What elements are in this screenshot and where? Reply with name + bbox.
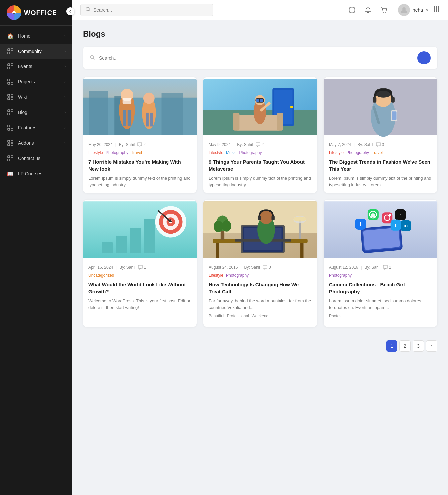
svg-rect-63 [123,98,131,104]
blog-card[interactable]: May 20, 2024 | By: Sahil 2 LifestylePhot… [83,77,197,193]
blog-title: 7 Horrible Mistakes You're Making With N… [88,158,191,172]
chevron-right-icon: › [64,49,66,54]
blog-card-body: May 20, 2024 | By: Sahil 2 LifestylePhot… [83,137,197,193]
page-2-button[interactable]: 2 [399,340,411,352]
topbar-search-input[interactable] [93,7,208,13]
blog-bottom-tag: Professional [227,314,249,318]
sidebar-item-label: LP Courses [18,171,42,176]
blog-tag: Photography [346,150,369,155]
blog-card[interactable]: April 16, 2024 | By: Sahil 1 Uncategoriz… [83,200,197,327]
sidebar-item-blog[interactable]: Blog › [0,105,72,120]
blog-card[interactable]: May 7, 2024 | By: Sahil 3 LifestylePhoto… [324,77,437,193]
page-3-button[interactable]: 3 [413,340,424,352]
blog-author: By: Sahil [237,142,253,147]
blog-meta: May 20, 2024 | By: Sahil 2 [88,142,191,147]
blog-date: August 24, 2016 [209,265,238,270]
svg-rect-11 [8,79,10,81]
svg-point-47 [438,10,439,12]
blog-excerpt: Far far away, behind the word mountains,… [209,298,312,310]
sidebar-item-label: Wiki [18,94,27,100]
addons-icon [7,139,14,147]
svg-point-45 [434,10,435,12]
svg-rect-116 [271,216,274,220]
svg-rect-14 [11,82,13,84]
chevron-right-icon: › [64,110,66,115]
blog-card[interactable]: ♪ f in t August 12, 2016 | By: Sahil 1 P… [324,200,437,327]
sidebar-item-events[interactable]: Events › [0,59,72,74]
svg-text:f: f [359,220,362,227]
blog-icon [7,109,14,116]
svg-rect-54 [162,93,183,135]
blog-bottom-tag: Weekend [252,314,268,318]
blog-author: By: Sahil [357,142,373,147]
svg-rect-28 [11,140,13,142]
pagination-next-button[interactable]: › [426,340,437,352]
blog-meta: May 7, 2024 | By: Sahil 3 [329,142,432,147]
blog-author: By: Sahil [244,265,260,270]
blog-bottom-tag: Photos [329,314,341,318]
blog-card[interactable]: August 24, 2016 | By: Sahil 0 LifestyleP… [203,200,317,327]
sidebar-item-projects[interactable]: Projects › [0,74,72,89]
svg-rect-31 [8,156,10,158]
svg-rect-23 [8,125,10,127]
sidebar-item-home[interactable]: 🏠 Home › [0,28,72,44]
blog-tag: Lifestyle [88,150,103,155]
svg-rect-30 [11,144,13,146]
blog-tags: LifestyleMusicPhotography [209,150,312,155]
sidebar-item-label: Contact us [18,156,40,161]
content-search-icon [90,55,95,61]
blog-search-input[interactable] [99,55,413,61]
svg-point-37 [385,12,386,13]
sidebar-item-community[interactable]: Community › [0,44,72,59]
sidebar-item-contact[interactable]: Contact us [0,151,72,166]
sidebar-logo: W WOFFICE [0,0,72,26]
svg-rect-86 [392,111,396,120]
logo-icon: W [7,5,21,20]
svg-rect-92 [144,219,155,253]
pagination: 123› [83,338,437,357]
wiki-icon [7,93,14,101]
blog-bottom-tag: Beautiful [209,314,224,318]
topbar-user[interactable]: neha ∨ [398,4,429,16]
fullscreen-button[interactable] [346,4,358,16]
svg-point-46 [436,10,437,12]
svg-point-111 [214,221,223,232]
svg-rect-32 [11,156,13,158]
blog-excerpt: Lorem Ipsum is simply dummy text of the … [209,175,312,188]
svg-rect-27 [8,140,10,142]
sidebar-item-label: Addons [18,140,34,146]
svg-point-60 [143,93,155,104]
sidebar-item-lp-courses[interactable]: 📖 LP Courses [0,166,72,181]
svg-rect-6 [11,52,13,54]
cart-button[interactable] [378,4,390,16]
notifications-button[interactable] [362,4,374,16]
svg-rect-34 [11,159,13,161]
svg-rect-26 [11,128,13,130]
blog-tag: Lifestyle [209,150,223,155]
svg-text:♪: ♪ [399,212,402,217]
chevron-right-icon: › [64,125,66,130]
add-blog-button[interactable]: + [417,51,431,64]
sidebar-item-features[interactable]: Features › [0,120,72,135]
hamburger-menu-button[interactable] [433,5,440,14]
svg-text:t: t [395,222,396,228]
svg-rect-52 [89,91,108,135]
svg-point-119 [293,216,306,221]
sidebar-item-addons[interactable]: Addons › [0,135,72,151]
svg-rect-10 [11,67,13,69]
blog-author: By: Sahil [119,265,135,270]
sidebar-item-wiki[interactable]: Wiki › [0,89,72,105]
svg-text:W: W [13,12,15,14]
blog-card[interactable]: May 9, 2024 | By: Sahil 2 LifestyleMusic… [203,77,317,193]
blog-author: By: Sahil [365,265,380,270]
svg-point-42 [434,8,435,10]
blog-tag: Photography [226,273,249,278]
blog-comments: 1 [383,265,391,270]
svg-rect-90 [116,236,127,253]
page-1-button[interactable]: 1 [386,340,397,352]
blog-tags: LifestylePhotographyTravel [88,150,191,155]
blog-image [203,200,317,260]
blog-meta: August 12, 2016 | By: Sahil 1 [329,265,432,270]
sidebar-collapse-button[interactable] [72,7,74,15]
topbar-search-container [80,4,213,16]
